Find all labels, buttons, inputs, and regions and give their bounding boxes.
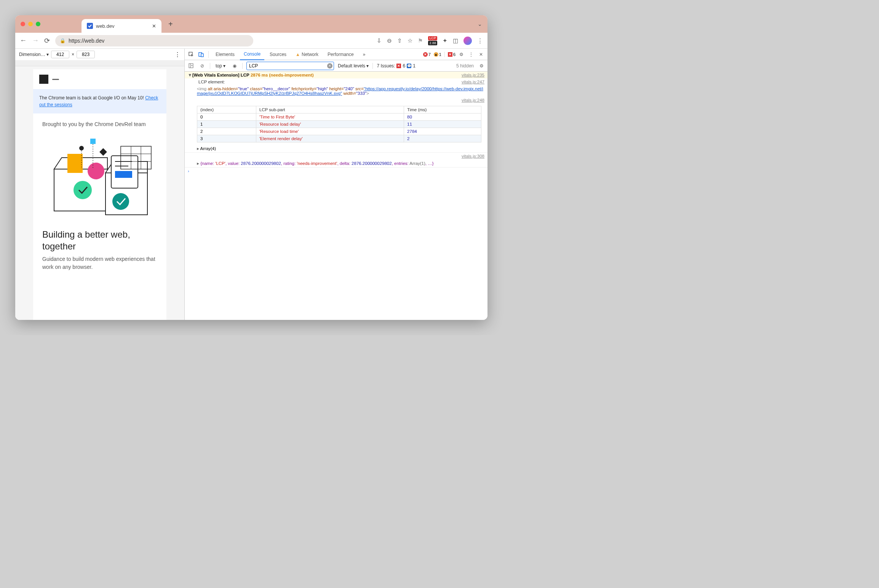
console-settings-icon[interactable]: ⚙: [478, 62, 485, 70]
device-frame: The Chrome team is back at Google I/O on…: [15, 66, 184, 320]
lcp-extension-badge[interactable]: LCP 2.88: [428, 36, 437, 45]
log-levels-select[interactable]: Default levels ▾: [338, 63, 369, 69]
hamburger-icon[interactable]: [52, 79, 59, 80]
svg-point-2: [88, 163, 104, 179]
url-field[interactable]: 🔒 https://web.dev: [55, 35, 253, 46]
address-bar: ← → ⟳ 🔒 https://web.dev ⇩ ⊖ ⇧ ☆ ⚑ LCP 2.…: [15, 33, 487, 49]
svg-rect-8: [115, 171, 132, 178]
url-text: https://web.dev: [69, 38, 104, 44]
clear-filter-icon[interactable]: ✕: [327, 63, 332, 69]
console-body: ▼ [Web Vitals Extension] LCP 2876 ms (ne…: [185, 72, 487, 320]
minimize-window-button[interactable]: [28, 22, 33, 26]
svg-rect-1: [67, 154, 83, 173]
log-header[interactable]: ▼ [Web Vitals Extension] LCP 2876 ms (ne…: [185, 72, 487, 78]
log-table-header: vitals.js:248: [185, 97, 487, 104]
tab-title: web.dev: [96, 23, 114, 29]
lock-icon: 🔒: [60, 38, 66, 43]
source-link[interactable]: vitals.js:235: [462, 73, 484, 77]
table-header[interactable]: LCP sub-part: [256, 106, 404, 113]
height-input[interactable]: [77, 51, 95, 58]
table-header[interactable]: (index): [197, 106, 256, 113]
console-filter-bar: ⊘ top ▾ ◉ ✕ Default levels ▾ 7 Issues: ✕…: [185, 60, 487, 72]
brought-by-text: Brought to you by the Chrome DevRel team: [33, 113, 166, 131]
live-expression-icon[interactable]: ◉: [231, 62, 238, 70]
log-row: ▼ [Web Vitals Extension] LCP 2876 ms (ne…: [185, 72, 487, 153]
table-row: 2'Resource load time'2784: [197, 128, 481, 135]
site-logo-icon[interactable]: [39, 75, 48, 84]
lcp-breakdown-table: (index) LCP sub-part Time (ms) 0'Time to…: [197, 106, 481, 142]
sidepanel-icon[interactable]: ◫: [453, 37, 458, 44]
console-sidebar-icon[interactable]: [187, 62, 195, 70]
reload-button[interactable]: ⟳: [44, 37, 50, 45]
dimension-select[interactable]: Dimension… ▾: [19, 52, 49, 57]
dimension-separator: ×: [72, 52, 74, 57]
menu-icon[interactable]: ⋮: [477, 37, 483, 44]
source-link[interactable]: vitals.js:308: [462, 154, 484, 158]
devtools-tabs: Elements Console Sources ▲ Network Perfo…: [185, 49, 487, 60]
tab-performance[interactable]: Performance: [324, 49, 358, 60]
svg-rect-22: [201, 54, 203, 57]
tab-elements[interactable]: Elements: [212, 49, 238, 60]
tab-console[interactable]: Console: [240, 49, 264, 60]
settings-icon[interactable]: ⚙: [457, 50, 465, 59]
browser-tab[interactable]: web.dev ✕: [82, 19, 161, 33]
table-row: 0'Time to First Byte'80: [197, 113, 481, 121]
table-header[interactable]: Time (ms): [404, 106, 481, 113]
svg-point-3: [74, 181, 92, 199]
tab-close-button[interactable]: ✕: [152, 23, 156, 29]
source-link[interactable]: vitals.js:248: [462, 98, 484, 102]
page-content: The Chrome team is back at Google I/O on…: [33, 69, 166, 320]
page-header: [33, 69, 166, 89]
hidden-count: 5 hidden: [456, 63, 474, 69]
log-element-detail[interactable]: <img alt aria-hidden="true" class="hero_…: [185, 85, 487, 97]
main-split: Dimension… ▾ × ⋮ The Chrome team is back…: [15, 49, 487, 320]
svg-rect-23: [189, 64, 193, 68]
tab-network[interactable]: ▲ Network: [292, 49, 322, 60]
hero-illustration: [33, 131, 166, 222]
table-row: 3'Element render delay'2: [197, 135, 481, 142]
announcement-banner: The Chrome team is back at Google I/O on…: [33, 89, 166, 113]
log-row: vitals.js:308 ▸ {name: 'LCP', value: 287…: [185, 153, 487, 168]
close-window-button[interactable]: [21, 22, 25, 26]
context-select[interactable]: top ▾: [214, 63, 227, 69]
profile-avatar[interactable]: [463, 37, 472, 45]
forward-button[interactable]: →: [32, 37, 39, 45]
filter-input[interactable]: [246, 62, 334, 70]
log-subrow: LCP element: vitals.js:247: [185, 78, 487, 85]
source-link[interactable]: vitals.js:247: [462, 80, 484, 84]
devtools-menu-icon[interactable]: ⋮: [467, 50, 475, 59]
device-toolbar: Dimension… ▾ × ⋮: [15, 49, 184, 60]
page-subtext: Guidance to build modern web experiences…: [33, 255, 166, 279]
tab-sources[interactable]: Sources: [266, 49, 290, 60]
log-object[interactable]: ▸ {name: 'LCP', value: 2876.200000029802…: [185, 160, 487, 167]
ruler: [15, 60, 184, 66]
share-icon[interactable]: ⇧: [397, 37, 402, 44]
svg-rect-12: [99, 148, 107, 156]
extensions-icon[interactable]: ✦: [443, 37, 447, 44]
new-tab-button[interactable]: +: [168, 20, 173, 29]
console-prompt[interactable]: ›: [185, 168, 487, 174]
error-badges[interactable]: ✕7 ▲1 ✕6: [423, 52, 455, 57]
device-more-icon[interactable]: ⋮: [174, 51, 181, 58]
back-button[interactable]: ←: [20, 37, 27, 45]
page-heading: Building a better web, together: [33, 222, 166, 255]
more-tabs-icon[interactable]: »: [359, 49, 369, 60]
maximize-window-button[interactable]: [36, 22, 40, 26]
svg-rect-10: [90, 139, 96, 144]
bookmark-icon[interactable]: ☆: [408, 37, 412, 44]
inspect-icon[interactable]: [187, 50, 195, 59]
install-icon[interactable]: ⇩: [377, 37, 382, 44]
devtools-close-icon[interactable]: ✕: [477, 50, 485, 59]
width-input[interactable]: [51, 51, 69, 58]
log-header: vitals.js:308: [185, 153, 487, 160]
array-collapsed[interactable]: ▸ Array(4): [185, 145, 487, 152]
device-toggle-icon[interactable]: [197, 50, 205, 59]
device-viewport-panel: Dimension… ▾ × ⋮ The Chrome team is back…: [15, 49, 185, 320]
zoom-icon[interactable]: ⊖: [387, 37, 392, 44]
issues-summary[interactable]: 7 Issues: ✕6 💬1: [377, 63, 415, 69]
svg-point-9: [112, 193, 129, 210]
disclosure-icon[interactable]: ▼: [188, 73, 192, 77]
flag-icon[interactable]: ⚑: [418, 37, 423, 44]
clear-console-icon[interactable]: ⊘: [198, 62, 206, 70]
tabs-dropdown-icon[interactable]: ⌄: [478, 21, 482, 27]
